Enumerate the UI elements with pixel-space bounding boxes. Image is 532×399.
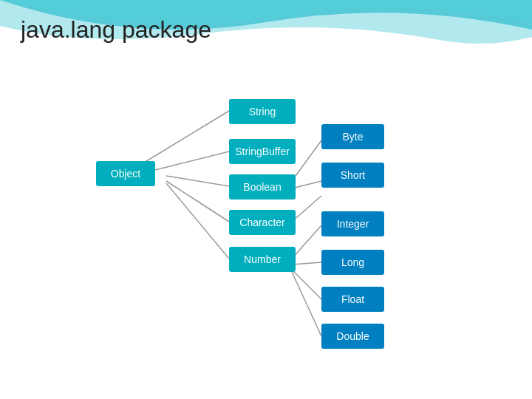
svg-line-3 [166,181,229,222]
number-box: Number [229,247,296,272]
svg-line-6 [292,181,321,188]
object-box: Object [96,161,155,186]
svg-line-4 [166,183,229,259]
svg-line-8 [292,225,321,259]
svg-line-10 [292,270,321,299]
integer-box: Integer [321,211,384,236]
page-title: java.lang package [21,16,211,44]
svg-line-9 [292,262,321,265]
svg-line-11 [292,272,321,336]
diagram-area: Object String StringBuffer Boolean Chara… [0,66,532,399]
string-box: String [229,99,296,124]
boolean-box: Boolean [229,174,296,200]
character-box: Character [229,210,296,235]
svg-line-5 [292,140,321,181]
svg-line-1 [155,151,229,170]
short-box: Short [321,163,384,188]
byte-box: Byte [321,124,384,149]
stringbuffer-box: StringBuffer [229,139,296,164]
double-box: Double [321,324,384,349]
float-box: Float [321,287,384,312]
svg-line-0 [144,111,229,163]
svg-line-7 [292,196,321,222]
svg-line-2 [166,176,229,186]
long-box: Long [321,250,384,275]
